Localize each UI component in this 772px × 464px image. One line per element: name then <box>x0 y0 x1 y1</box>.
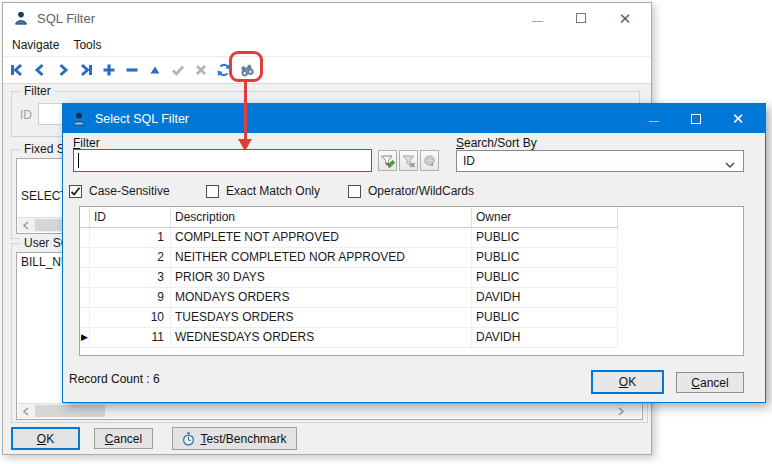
close-button[interactable]: ✕ <box>603 3 647 33</box>
minus-icon <box>124 62 140 78</box>
cancel-label: C <box>691 376 700 390</box>
filter-results-table[interactable]: ID Description Owner 1COMPLETE NOT APPRO… <box>79 206 744 356</box>
table-row[interactable]: 1COMPLETE NOT APPROVEDPUBLIC <box>80 228 743 248</box>
main-ok-button[interactable]: OK <box>11 427 80 450</box>
table-row[interactable]: 10TUESDAYS ORDERSPUBLIC <box>80 308 743 328</box>
user-icon <box>13 10 29 26</box>
menu-bar: Navigate Tools <box>3 33 651 56</box>
main-title-bar: SQL Filter ✕ <box>3 3 651 33</box>
user-sql-hscrollbar[interactable] <box>18 403 641 418</box>
stopwatch-icon <box>182 432 195 446</box>
annotation-arrow-line <box>244 82 247 139</box>
window-controls: ✕ <box>515 3 647 33</box>
main-cancel-button[interactable]: Cancel <box>94 428 153 449</box>
menu-navigate[interactable]: Navigate <box>12 38 59 52</box>
close-icon: ✕ <box>732 111 745 126</box>
table-row[interactable]: 3PRIOR 30 DAYSPUBLIC <box>80 268 743 288</box>
minimize-icon <box>649 121 659 122</box>
operator-wildcards-checkbox[interactable]: Operator/WildCards <box>348 184 474 198</box>
check-icon <box>170 62 186 78</box>
record-count: Record Count : 6 <box>69 372 160 386</box>
case-sensitive-checkbox[interactable]: Case-Sensitive <box>69 184 170 198</box>
filter-options-button[interactable] <box>420 150 439 171</box>
toolbar <box>3 56 651 84</box>
scroll-left-icon[interactable] <box>18 404 34 418</box>
cancel-edit-button[interactable] <box>193 62 209 78</box>
last-record-icon <box>78 62 94 78</box>
minimize-button[interactable] <box>515 3 559 33</box>
id-label: ID <box>20 108 32 122</box>
apply-filter-button[interactable] <box>378 150 397 171</box>
dialog-title-bar: Select SQL Filter ✕ <box>63 104 765 133</box>
checkbox-checked-icon <box>69 185 82 198</box>
prior-record-button[interactable] <box>32 62 48 78</box>
window-title: SQL Filter <box>37 11 95 26</box>
first-record-button[interactable] <box>9 62 25 78</box>
maximize-icon <box>576 13 586 23</box>
ok-label-rest: K <box>46 432 54 446</box>
row-indicator-header <box>80 207 90 228</box>
dialog-minimize-button[interactable] <box>633 104 675 133</box>
annotation-arrow-head <box>238 139 252 151</box>
maximize-icon <box>691 114 701 124</box>
column-header-id[interactable]: ID <box>90 207 171 228</box>
ok-label-rest: K <box>628 375 636 389</box>
column-header-description[interactable]: Description <box>171 207 472 228</box>
test-benchmark-button[interactable]: Test/Benchmark <box>172 427 297 450</box>
filter-options-icon <box>422 153 438 169</box>
table-row[interactable]: 2NEITHER COMPLETED NOR APPROVEDPUBLIC <box>80 248 743 268</box>
close-icon: ✕ <box>619 11 632 26</box>
checkbox-label: Exact Match Only <box>226 184 320 198</box>
next-record-icon <box>55 62 71 78</box>
table-row[interactable]: 9MONDAYS ORDERSDAVIDH <box>80 288 743 308</box>
edit-record-button[interactable] <box>147 62 163 78</box>
plus-icon <box>101 62 117 78</box>
text-caret <box>78 153 79 168</box>
cancel-label-rest: ancel <box>700 376 729 390</box>
clear-filter-button[interactable] <box>399 150 418 171</box>
main-filter-group-label: Filter <box>20 84 55 98</box>
next-record-button[interactable] <box>55 62 71 78</box>
dialog-maximize-button[interactable] <box>675 104 717 133</box>
search-sort-value: ID <box>463 154 475 168</box>
delete-record-button[interactable] <box>124 62 140 78</box>
post-edit-button[interactable] <box>170 62 186 78</box>
dialog-close-button[interactable]: ✕ <box>717 104 759 133</box>
table-row-active[interactable]: ▶11WEDNESDAYS ORDERSDAVIDH <box>80 328 743 348</box>
search-sort-label: Search/Sort By <box>456 136 537 150</box>
ok-label: O <box>37 432 46 446</box>
ok-label: O <box>619 375 628 389</box>
menu-tools[interactable]: Tools <box>73 38 101 52</box>
dialog-cancel-button[interactable]: Cancel <box>676 372 744 393</box>
dialog-filter-input[interactable] <box>73 149 372 172</box>
table-header-row: ID Description Owner <box>80 207 743 228</box>
screenshot-stage: SQL Filter ✕ Navigate Tools <box>0 0 772 464</box>
filter-apply-icon <box>380 153 396 169</box>
active-row-indicator: ▶ <box>81 333 88 342</box>
first-record-icon <box>9 62 25 78</box>
filter-clear-icon <box>401 153 417 169</box>
dialog-filter-label: Filter <box>73 136 100 150</box>
cancel-label-rest: ancel <box>113 432 142 446</box>
prior-record-icon <box>32 62 48 78</box>
maximize-button[interactable] <box>559 3 603 33</box>
triangle-up-icon <box>147 62 163 78</box>
scroll-left-icon[interactable] <box>18 218 34 232</box>
checkbox-label: Operator/WildCards <box>368 184 474 198</box>
dialog-ok-button[interactable]: OK <box>591 370 664 394</box>
scroll-right-icon[interactable] <box>613 404 629 418</box>
chevron-down-icon <box>725 158 735 172</box>
checkbox-unchecked-icon <box>206 185 219 198</box>
search-sort-combobox[interactable]: ID <box>456 150 744 172</box>
checkbox-unchecked-icon <box>348 185 361 198</box>
last-record-button[interactable] <box>78 62 94 78</box>
column-header-owner[interactable]: Owner <box>472 207 618 228</box>
scroll-thumb[interactable] <box>35 405 105 417</box>
select-sql-filter-dialog: Select SQL Filter ✕ Filter Search/Sort B… <box>62 103 766 403</box>
annotation-highlight-box <box>229 51 263 82</box>
exact-match-checkbox[interactable]: Exact Match Only <box>206 184 320 198</box>
dialog-window-controls: ✕ <box>633 104 759 133</box>
insert-record-button[interactable] <box>101 62 117 78</box>
minimize-icon <box>532 21 543 22</box>
dialog-title: Select SQL Filter <box>95 112 189 126</box>
